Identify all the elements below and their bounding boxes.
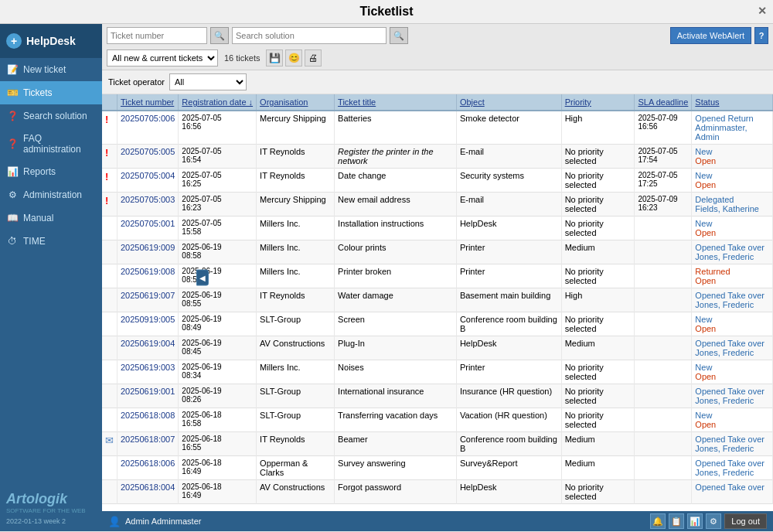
sort-sla[interactable]: SLA deadline (638, 97, 688, 107)
th-object[interactable]: Object (456, 94, 561, 111)
organisation-cell: SLT-Group (257, 312, 335, 336)
close-button[interactable]: ✕ (758, 5, 767, 17)
status-cell: Opened Take overJones, Frederic (692, 456, 773, 480)
ticket-number-input[interactable] (107, 27, 207, 44)
exclamation-cell (102, 336, 117, 360)
save-icon-button[interactable]: 💾 (266, 49, 283, 66)
ticket-title-cell: Survey answering (335, 456, 457, 480)
th-ticket-number[interactable]: Ticket number (117, 94, 179, 111)
sort-priority[interactable]: Priority (565, 97, 591, 107)
sort-object[interactable]: Object (460, 97, 485, 107)
exclamation-cell: ! (102, 169, 117, 193)
help-button[interactable]: ? (754, 27, 768, 44)
sidebar-item-reports[interactable]: 📊 Reports (0, 160, 102, 183)
status-secondary: Open (695, 372, 716, 381)
smiley-icon-button[interactable]: 😊 (285, 49, 302, 66)
status-secondary: Jones, Frederic (695, 348, 754, 357)
print-icon-button[interactable]: 🖨 (305, 49, 322, 66)
exclamation-cell (102, 360, 117, 384)
ticket-number-link[interactable]: 20250919:005 (121, 315, 175, 324)
sidebar-collapse-button[interactable]: ◀ (196, 270, 209, 286)
ticket-number-link[interactable]: 20250618:004 (121, 483, 175, 492)
organisation-cell: SLT-Group (257, 384, 335, 408)
status-cell: Opened Take overJones, Frederic (692, 432, 773, 456)
object-cell: Insurance (HR question) (456, 384, 561, 408)
sidebar-item-new-ticket[interactable]: 📝 New ticket (0, 58, 102, 81)
th-sla-deadline[interactable]: SLA deadline (635, 94, 692, 111)
th-ticket-title[interactable]: Ticket title (335, 94, 457, 111)
object-cell: Printer (456, 240, 561, 264)
status-primary: Opened Take over (695, 387, 764, 396)
th-registration-date[interactable]: Registration date ↓ (179, 94, 257, 111)
sort-org[interactable]: Organisation (260, 97, 308, 107)
status-primary: Opened Take over (695, 243, 764, 252)
status-bar-icon-3[interactable]: 📊 (687, 513, 703, 529)
brand-sub: SOFTWARE FOR THE WEB (6, 507, 96, 514)
sort-status[interactable]: Status (695, 97, 719, 107)
th-priority[interactable]: Priority (561, 94, 635, 111)
ticket-filter-dropdown[interactable]: All new & current tickets (107, 49, 218, 66)
status-secondary: Jones, Frederic (695, 252, 754, 261)
status-bar-icon-1[interactable]: 🔔 (650, 513, 666, 529)
operator-dropdown[interactable]: All (169, 73, 247, 90)
status-bar: 👤 Admin Adminmaster 🔔 📋 📊 ⚙ Log out (102, 511, 773, 531)
ticket-number-link[interactable]: 20250705:004 (121, 171, 175, 180)
ticket-number-cell: 20250705:003 (117, 193, 179, 217)
ticket-number-link[interactable]: 20250705:001 (121, 219, 175, 228)
ticket-number-link[interactable]: 20250618:007 (121, 435, 175, 444)
status-secondary: Open (695, 180, 716, 189)
table-area: Ticket number Registration date ↓ Organi… (102, 94, 773, 511)
ticket-number-link[interactable]: 20250705:005 (121, 147, 175, 156)
sla-deadline-cell: 2025-07-0916:56 (635, 111, 692, 145)
sidebar-footer: Artologik SOFTWARE FOR THE WEB 2022-01-1… (0, 485, 102, 531)
ticket-number-link[interactable]: 20250618:008 (121, 411, 175, 420)
sla-deadline-cell (635, 408, 692, 432)
priority-cell: No priority selected (561, 408, 635, 432)
sidebar-item-administration[interactable]: ⚙ Administration (0, 183, 102, 206)
th-organisation[interactable]: Organisation (257, 94, 335, 111)
sidebar-item-manual[interactable]: 📖 Manual (0, 206, 102, 230)
organisation-cell: SLT-Group (257, 408, 335, 432)
sort-title[interactable]: Ticket title (338, 97, 376, 107)
registration-date-cell: 2025-07-0516:23 (179, 193, 257, 217)
ticket-title-cell: Plug-In (335, 336, 457, 360)
new-ticket-icon: 📝 (6, 63, 19, 76)
ticket-title-cell: International insurance (335, 384, 457, 408)
sidebar-item-tickets[interactable]: 🎫 Tickets (0, 81, 102, 104)
ticket-number-cell: 20250619:009 (117, 240, 179, 264)
status-cell: NewOpen (692, 169, 773, 193)
ticket-number-link[interactable]: 20250619:003 (121, 363, 175, 372)
status-cell: Opened Take overJones, Frederic (692, 288, 773, 312)
sidebar-item-faq[interactable]: ❓ FAQ administration (0, 128, 102, 160)
ticket-number-link[interactable]: 20250705:003 (121, 195, 175, 204)
artologik-logo: Artologik (6, 491, 96, 507)
ticket-number-cell: 20250619:008 (117, 264, 179, 288)
object-cell: Vacation (HR question) (456, 408, 561, 432)
ticket-number-link[interactable]: 20250618:006 (121, 459, 175, 468)
sort-reg-date[interactable]: Registration date ↓ (182, 97, 253, 107)
sidebar-item-search-solution[interactable]: ❓ Search solution (0, 104, 102, 128)
ticket-number-link[interactable]: 20250619:007 (121, 291, 175, 300)
ticket-number-link[interactable]: 20250705:006 (121, 114, 175, 123)
sidebar-item-time[interactable]: ⏱ TIME (0, 230, 102, 253)
ticket-search-button[interactable]: 🔍 (210, 27, 229, 44)
ticket-title-italic: Register the printer in the network (338, 147, 434, 165)
logout-button[interactable]: Log out (724, 513, 767, 529)
status-bar-icon-4[interactable]: ⚙ (706, 513, 721, 529)
sidebar-label-tickets: Tickets (23, 87, 53, 98)
ticket-number-link[interactable]: 20250619:009 (121, 243, 175, 252)
status-bar-icon-2[interactable]: 📋 (669, 513, 684, 529)
priority-cell: No priority selected (561, 312, 635, 336)
search-solution-input[interactable] (232, 27, 386, 44)
activate-webalert-button[interactable]: Activate WebAlert (670, 27, 751, 44)
ticket-number-link[interactable]: 20250619:004 (121, 339, 175, 348)
ticket-title-cell: Water damage (335, 288, 457, 312)
status-secondary: Jones, Frederic (695, 396, 754, 405)
ticket-title-cell: Transferring vacation days (335, 408, 457, 432)
sort-ticket-number[interactable]: Ticket number (121, 97, 174, 107)
solution-search-button[interactable]: 🔍 (390, 27, 408, 44)
ticket-number-link[interactable]: 20250619:001 (121, 387, 175, 396)
ticket-number-link[interactable]: 20250619:008 (121, 267, 175, 276)
toolbar-icons: 💾 😊 🖨 (266, 49, 322, 66)
th-status[interactable]: Status (692, 94, 773, 111)
